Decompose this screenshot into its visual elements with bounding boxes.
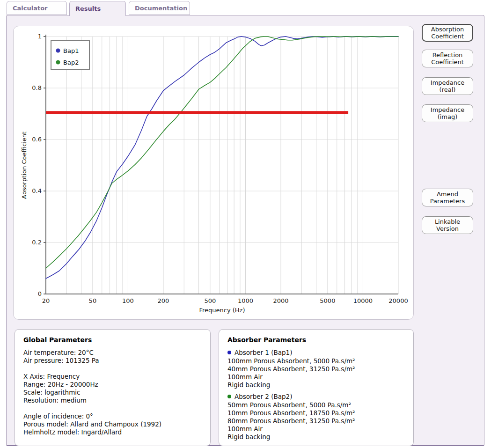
y-tick-label: 0.2 [32, 239, 42, 246]
legend-marker-bap1 [56, 49, 60, 53]
parameter-line: Air temperature: 20°C [23, 349, 202, 357]
parameter-line: Air pressure: 101325 Pa [23, 357, 202, 365]
global-parameters-lines: Air temperature: 20°CAir pressure: 10132… [23, 349, 202, 436]
absorber-layer: Rigid backing [227, 381, 405, 389]
x-tick-label: 50 [89, 297, 97, 304]
tab-documentation[interactable]: Documentation [129, 1, 190, 15]
series-bap2-line [46, 37, 398, 268]
y-tick-label: 0.8 [32, 84, 42, 91]
tab-results[interactable]: Results [69, 1, 126, 16]
spacer-line [23, 365, 202, 373]
linkable-version-button-label: Linkable Version [423, 218, 472, 232]
chart-axes [46, 35, 398, 294]
x-tick-label: 5000 [320, 297, 335, 304]
global-parameters-panel: Global Parameters Air temperature: 20°CA… [15, 329, 211, 446]
absorber-layer: 50mm Porous Absorbent, 5000 Pa.s/m² [227, 401, 405, 409]
tab-results-label: Results [75, 5, 101, 12]
legend-label-bap1: Bap1 [63, 47, 79, 54]
x-tick-label: 500 [204, 297, 216, 304]
tab-calculator[interactable]: Calculator [7, 1, 67, 15]
amend-parameters-button[interactable]: Amend Parameters [422, 189, 473, 206]
chart-series [46, 37, 398, 279]
absorber-layer: 100mm Porous Absorbent, 5000 Pa.s/m² [227, 357, 405, 365]
spacer-line [23, 404, 202, 412]
absorber-parameters-title: Absorber Parameters [227, 336, 405, 344]
x-tick-label: 200 [158, 297, 169, 304]
y-tick-label: 1 [38, 33, 42, 40]
impedance-imag-button-label: Impedance (imag) [423, 106, 472, 120]
absorber-block: Absorber 2 (Bap2)50mm Porous Absorbent, … [227, 393, 405, 441]
y-axis-ticks: 00.20.40.60.81 [32, 33, 46, 297]
amend-parameters-button-label: Amend Parameters [423, 191, 472, 205]
parameter-line: Helmholtz model: Ingard/Allard [23, 428, 202, 436]
parameter-line: Angle of incidence: 0° [23, 412, 202, 420]
absorber-bullet-icon [227, 395, 231, 398]
impedance-real-button-label: Impedance (real) [423, 79, 472, 93]
absorber-layer: 100mm Air [227, 425, 405, 433]
reflection-coefficient-button-label: Reflection Coefficient [423, 51, 472, 66]
series-bap1-line [46, 37, 398, 279]
y-tick-label: 0 [38, 290, 42, 297]
absorption-coefficient-button-label: Absorption Coefficient [424, 26, 471, 40]
absorber-layer: 10mm Porous Absorbent, 18750 Pa.s/m² [227, 409, 405, 417]
x-axis-label: Frequency (Hz) [199, 307, 245, 314]
y-axis-label: Absorption Coefficient [21, 132, 28, 199]
parameter-line: Scale: logarithmic [23, 389, 202, 397]
absorber-layer: 100mm Air [227, 373, 405, 381]
x-tick-label: 100 [122, 297, 134, 304]
x-tick-label: 10000 [353, 297, 373, 304]
legend-label-bap2: Bap2 [63, 59, 79, 66]
y-tick-label: 0.4 [32, 187, 42, 194]
reflection-coefficient-button[interactable]: Reflection Coefficient [422, 50, 473, 67]
legend-marker-bap2 [56, 60, 60, 65]
chart-legend: Bap1Bap2 [51, 41, 89, 69]
tab-documentation-label: Documentation [135, 5, 187, 12]
x-tick-label: 1000 [238, 297, 253, 304]
tab-calculator-label: Calculator [13, 5, 48, 12]
y-tick-label: 0.6 [32, 136, 42, 143]
linkable-version-button[interactable]: Linkable Version [422, 216, 473, 234]
x-tick-label: 2000 [273, 297, 288, 304]
absorber-name: Absorber 1 (Bap1) [227, 349, 405, 357]
absorber-block: Absorber 1 (Bap1)100mm Porous Absorbent,… [227, 349, 405, 389]
absorber-layer: 80mm Porous Absorbent, 31250 Pa.s/m² [227, 417, 405, 425]
absorber-layer: Rigid backing [227, 433, 405, 441]
absorber-parameters-panel: Absorber Parameters Absorber 1 (Bap1)100… [219, 329, 414, 446]
global-parameters-title: Global Parameters [23, 336, 202, 344]
absorber-list: Absorber 1 (Bap1)100mm Porous Absorbent,… [227, 349, 405, 441]
absorber-name: Absorber 2 (Bap2) [227, 393, 405, 401]
parameter-line: X Axis: Frequency [23, 373, 202, 381]
x-axis-ticks: 20501002005001000200050001000020000 [42, 297, 408, 304]
impedance-imag-button[interactable]: Impedance (imag) [422, 104, 473, 122]
axis-titles: Frequency (Hz)Absorption Coefficient [21, 132, 245, 314]
absorber-bullet-icon [227, 351, 231, 354]
x-tick-label: 20 [42, 297, 50, 304]
parameter-line: Range: 20Hz - 20000Hz [23, 381, 202, 389]
chart-gridlines [46, 37, 398, 294]
absorption-coefficient-button[interactable]: Absorption Coefficient [422, 24, 473, 42]
absorption-coefficient-chart: 00.20.40.60.8120501002005001000200050001… [14, 26, 413, 319]
x-tick-label: 20000 [388, 297, 408, 304]
parameter-line: Resolution: medium [23, 397, 202, 404]
parameter-line: Porous model: Allard and Champoux (1992) [23, 420, 202, 428]
absorber-layer: 40mm Porous Absorbent, 31250 Pa.s/m² [227, 365, 405, 373]
chart-panel: 00.20.40.60.8120501002005001000200050001… [13, 26, 414, 320]
impedance-real-button[interactable]: Impedance (real) [422, 77, 473, 95]
